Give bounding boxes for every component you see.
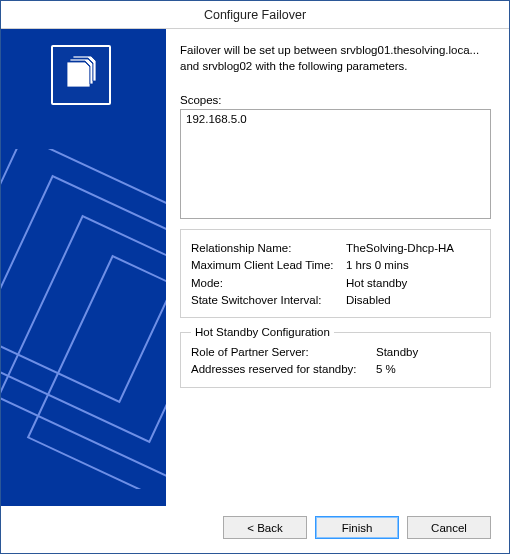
value-mclt: 1 hrs 0 mins bbox=[346, 257, 480, 274]
row-mclt: Maximum Client Lead Time: 1 hrs 0 mins bbox=[191, 257, 480, 274]
value-reserved-addresses: 5 % bbox=[376, 361, 480, 378]
wizard-buttons: < Back Finish Cancel bbox=[1, 506, 509, 553]
row-mode: Mode: Hot standby bbox=[191, 275, 480, 292]
scopes-label: Scopes: bbox=[180, 94, 491, 106]
value-relationship-name: TheSolving-Dhcp-HA bbox=[346, 240, 480, 257]
finish-button[interactable]: Finish bbox=[315, 516, 399, 539]
hot-standby-legend: Hot Standby Configuration bbox=[191, 326, 334, 338]
value-switchover: Disabled bbox=[346, 292, 480, 309]
wizard-sidebar bbox=[1, 29, 166, 506]
window-body: Failover will be set up between srvblog0… bbox=[1, 29, 509, 506]
titlebar: Configure Failover bbox=[1, 1, 509, 29]
hot-standby-group: Hot Standby Configuration Role of Partne… bbox=[180, 326, 491, 388]
configure-failover-window: Configure Failover bbox=[0, 0, 510, 554]
files-icon bbox=[61, 54, 101, 97]
wizard-icon-box bbox=[51, 45, 111, 105]
wizard-content: Failover will be set up between srvblog0… bbox=[166, 29, 509, 506]
label-reserved-addresses: Addresses reserved for standby: bbox=[191, 361, 376, 378]
scope-item[interactable]: 192.168.5.0 bbox=[186, 113, 485, 125]
value-mode: Hot standby bbox=[346, 275, 480, 292]
row-partner-role: Role of Partner Server: Standby bbox=[191, 344, 480, 361]
row-switchover: State Switchover Interval: Disabled bbox=[191, 292, 480, 309]
label-switchover: State Switchover Interval: bbox=[191, 292, 346, 309]
row-relationship-name: Relationship Name: TheSolving-Dhcp-HA bbox=[191, 240, 480, 257]
window-title: Configure Failover bbox=[204, 8, 306, 22]
value-partner-role: Standby bbox=[376, 344, 480, 361]
label-partner-role: Role of Partner Server: bbox=[191, 344, 376, 361]
sidebar-decor bbox=[1, 149, 166, 489]
svg-rect-0 bbox=[1, 149, 166, 402]
label-mclt: Maximum Client Lead Time: bbox=[191, 257, 346, 274]
row-reserved-addresses: Addresses reserved for standby: 5 % bbox=[191, 361, 480, 378]
label-mode: Mode: bbox=[191, 275, 346, 292]
cancel-button[interactable]: Cancel bbox=[407, 516, 491, 539]
scopes-list[interactable]: 192.168.5.0 bbox=[180, 109, 491, 219]
back-button[interactable]: < Back bbox=[223, 516, 307, 539]
relationship-group: Relationship Name: TheSolving-Dhcp-HA Ma… bbox=[180, 229, 491, 318]
svg-rect-2 bbox=[1, 216, 166, 482]
label-relationship-name: Relationship Name: bbox=[191, 240, 346, 257]
intro-text: Failover will be set up between srvblog0… bbox=[180, 43, 491, 74]
